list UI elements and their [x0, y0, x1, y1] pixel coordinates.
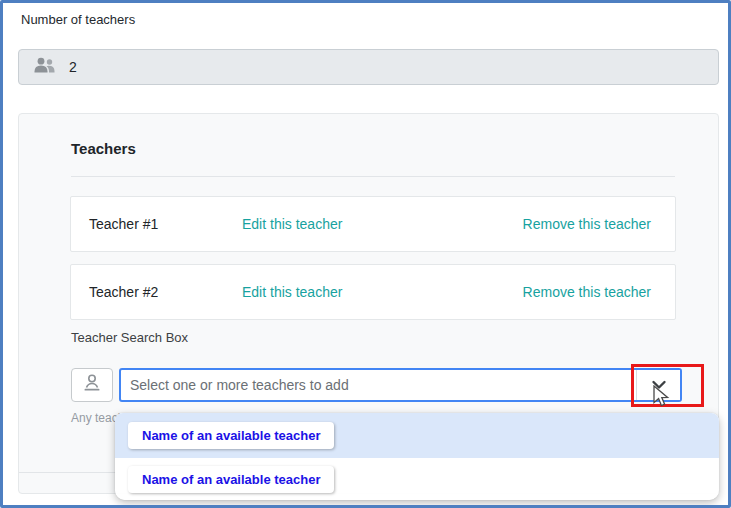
person-icon: [82, 374, 102, 396]
teacher-option-chip[interactable]: Name of an available teacher: [128, 422, 334, 449]
panel-bottom-divider: [19, 472, 116, 473]
dropdown-toggle-button[interactable]: [636, 370, 680, 400]
teacher-row-2: Teacher #2 Edit this teacher Remove this…: [70, 264, 676, 320]
select-placeholder[interactable]: Select one or more teachers to add: [121, 370, 636, 400]
teacher-name: Teacher #1: [89, 216, 242, 232]
screenshot-frame: Number of teachers 2 Teachers Teacher #1…: [0, 0, 731, 508]
teacher-icon-box: [71, 368, 113, 402]
number-of-teachers-label: Number of teachers: [21, 12, 135, 27]
teacher-row-1: Teacher #1 Edit this teacher Remove this…: [70, 196, 676, 252]
heading-divider: [71, 176, 675, 177]
number-of-teachers-value: 2: [69, 59, 77, 75]
dropdown-option-2[interactable]: Name of an available teacher: [115, 458, 719, 500]
teacher-search-box-label: Teacher Search Box: [71, 330, 188, 345]
teacher-name: Teacher #2: [89, 284, 242, 300]
teacher-search-select[interactable]: Select one or more teachers to add: [119, 368, 682, 402]
remove-teacher-link[interactable]: Remove this teacher: [523, 284, 651, 300]
people-group-icon: [33, 57, 56, 77]
number-of-teachers-field[interactable]: 2: [18, 49, 719, 85]
remove-teacher-link[interactable]: Remove this teacher: [523, 216, 651, 232]
edit-teacher-link[interactable]: Edit this teacher: [242, 216, 342, 232]
teachers-heading: Teachers: [71, 140, 136, 157]
edit-teacher-link[interactable]: Edit this teacher: [242, 284, 342, 300]
chevron-down-icon: [651, 376, 667, 394]
teacher-option-chip[interactable]: Name of an available teacher: [128, 466, 334, 493]
teacher-dropdown-list: Name of an available teacher Name of an …: [115, 413, 719, 500]
dropdown-option-1[interactable]: Name of an available teacher: [115, 413, 719, 458]
